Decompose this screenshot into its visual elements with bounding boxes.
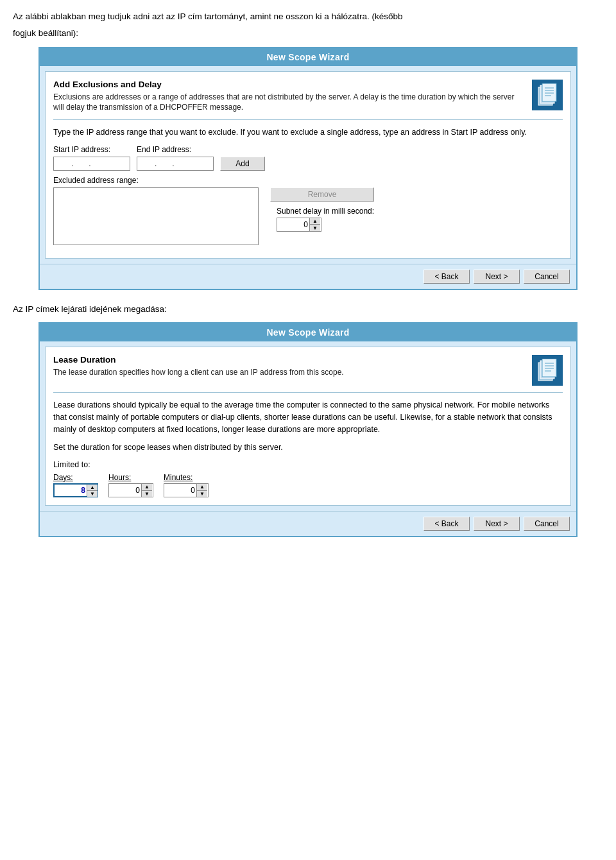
- intro-line2: fogjuk beállítani):: [13, 27, 603, 40]
- hours-col: Hours: ▲ ▼: [108, 473, 153, 497]
- days-label: Days:: [53, 473, 98, 482]
- wizard1-ip-row: Start IP address: . . End IP address: . …: [53, 145, 563, 171]
- start-ip-col: Start IP address: . .: [53, 145, 130, 171]
- svg-rect-2: [542, 83, 556, 101]
- hours-label: Hours:: [108, 473, 153, 482]
- days-col: Days: ▲ ▼: [53, 473, 98, 497]
- subnet-delay-section: Subnet delay in milli second: ▲ ▼: [277, 207, 374, 232]
- section2-label: Az IP címek lejárati idejének megadása:: [13, 303, 603, 316]
- wizard2-icon: [532, 355, 563, 386]
- wizard1-title: New Scope Wizard: [40, 48, 576, 66]
- excluded-controls: Remove Subnet delay in milli second: ▲ ▼: [270, 187, 374, 232]
- days-down[interactable]: ▼: [87, 491, 98, 497]
- limited-to-label: Limited to:: [53, 460, 563, 469]
- end-ip-octet3[interactable]: [175, 159, 189, 168]
- add-button[interactable]: Add: [220, 157, 265, 171]
- hours-up[interactable]: ▲: [142, 484, 152, 491]
- wizard2-title: New Scope Wizard: [40, 323, 576, 341]
- pages-icon2: [536, 359, 559, 382]
- start-ip-octet1[interactable]: [56, 159, 71, 168]
- wizard2-body-text: Lease durations should typically be equa…: [53, 399, 563, 435]
- hours-arrows: ▲ ▼: [141, 484, 152, 497]
- days-arrows: ▲ ▼: [87, 485, 98, 496]
- wizard1-back-button[interactable]: < Back: [424, 270, 470, 284]
- subnet-delay-down[interactable]: ▼: [310, 225, 320, 231]
- hours-spinbox[interactable]: ▲ ▼: [108, 483, 153, 497]
- start-ip-input[interactable]: . .: [53, 157, 130, 171]
- hours-input[interactable]: [109, 484, 141, 497]
- subnet-delay-label: Subnet delay in milli second:: [277, 207, 374, 216]
- subnet-delay-up[interactable]: ▲: [310, 218, 320, 225]
- wizard1: New Scope Wizard Add Exclusions and Dela…: [38, 47, 578, 290]
- svg-rect-9: [542, 359, 556, 377]
- hours-down[interactable]: ▼: [142, 491, 152, 497]
- wizard2-header-desc: The lease duration specifies how long a …: [53, 367, 526, 378]
- remove-button[interactable]: Remove: [270, 187, 374, 202]
- wizard2-body: Lease Duration The lease duration specif…: [45, 347, 571, 506]
- wizard2-next-button[interactable]: Next >: [474, 517, 520, 531]
- wizard1-next-button[interactable]: Next >: [474, 270, 520, 284]
- end-ip-octet1[interactable]: [140, 159, 154, 168]
- wizard1-header-desc: Exclusions are addresses or a range of a…: [53, 92, 526, 114]
- subnet-delay-input[interactable]: [277, 218, 309, 231]
- start-ip-octet2[interactable]: [74, 159, 88, 168]
- wizard1-header-title: Add Exclusions and Delay: [53, 80, 526, 89]
- wizard1-header: Add Exclusions and Delay Exclusions are …: [53, 80, 563, 114]
- wizard1-header-text: Add Exclusions and Delay Exclusions are …: [53, 80, 526, 114]
- wizard2-header-title: Lease Duration: [53, 355, 526, 365]
- minutes-arrows: ▲ ▼: [196, 484, 207, 497]
- start-ip-octet3[interactable]: [92, 159, 106, 168]
- wizard1-body: Add Exclusions and Delay Exclusions are …: [45, 71, 571, 259]
- pages-icon: [536, 83, 559, 107]
- wizard1-icon: [532, 80, 563, 110]
- start-ip-label: Start IP address:: [53, 145, 130, 154]
- wizard2-header-text: Lease Duration The lease duration specif…: [53, 355, 526, 378]
- minutes-up[interactable]: ▲: [197, 484, 207, 491]
- wizard2-cancel-button[interactable]: Cancel: [524, 517, 570, 531]
- intro-line1: Az alábbi ablakban meg tudjuk adni azt a…: [13, 10, 603, 23]
- days-input[interactable]: [55, 485, 87, 496]
- excluded-listbox[interactable]: [53, 187, 259, 245]
- subnet-delay-arrows: ▲ ▼: [309, 218, 320, 231]
- wizard1-buttons: < Back Next > Cancel: [40, 264, 576, 289]
- wizard2-header: Lease Duration The lease duration specif…: [53, 355, 563, 386]
- subnet-delay-spinbox[interactable]: ▲ ▼: [277, 218, 321, 232]
- end-ip-input[interactable]: . .: [137, 157, 214, 171]
- excluded-row: Remove Subnet delay in milli second: ▲ ▼: [53, 187, 563, 245]
- wizard2-set-duration: Set the duration for scope leases when d…: [53, 442, 563, 454]
- wizard1-divider: [53, 119, 563, 120]
- wizard2: New Scope Wizard Lease Duration The leas…: [38, 322, 578, 537]
- end-ip-label: End IP address:: [137, 145, 214, 154]
- wizard1-cancel-button[interactable]: Cancel: [524, 270, 570, 284]
- wizard2-back-button[interactable]: < Back: [424, 517, 470, 531]
- minutes-col: Minutes: ▲ ▼: [164, 473, 209, 497]
- wizard1-instruction: Type the IP address range that you want …: [53, 126, 563, 139]
- minutes-input[interactable]: [164, 484, 196, 497]
- wizard2-buttons: < Back Next > Cancel: [40, 511, 576, 536]
- end-ip-col: End IP address: . .: [137, 145, 214, 171]
- time-inputs-row: Days: ▲ ▼ Hours: ▲ ▼: [53, 473, 563, 497]
- days-spinbox[interactable]: ▲ ▼: [53, 483, 98, 497]
- end-ip-octet2[interactable]: [157, 159, 171, 168]
- wizard2-divider: [53, 392, 563, 393]
- minutes-label: Minutes:: [164, 473, 209, 482]
- minutes-down[interactable]: ▼: [197, 491, 207, 497]
- days-up[interactable]: ▲: [87, 485, 98, 491]
- minutes-spinbox[interactable]: ▲ ▼: [164, 483, 209, 497]
- excluded-label: Excluded address range:: [53, 176, 563, 185]
